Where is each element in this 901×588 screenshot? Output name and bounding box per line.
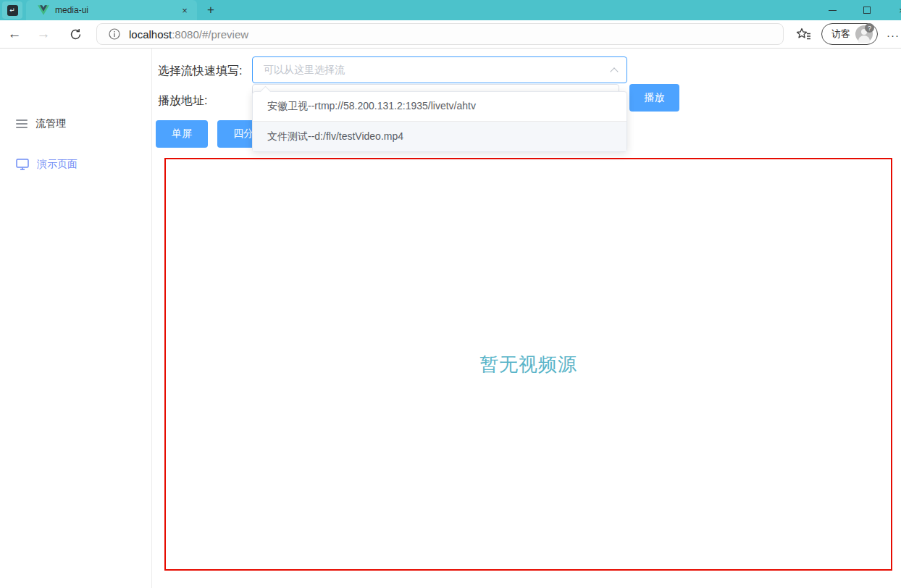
- browser-titlebar: ↵ media-ui × + ×: [0, 0, 901, 20]
- list-icon: [16, 119, 28, 128]
- url-host: localhost: [129, 28, 172, 41]
- window-maximize-button[interactable]: [850, 0, 884, 20]
- address-bar[interactable]: localhost:8080/#/preview: [96, 23, 784, 45]
- chevron-up-icon: [610, 67, 618, 75]
- site-info-icon[interactable]: [109, 28, 120, 40]
- url-path: :8080/#/preview: [172, 28, 248, 41]
- vue-logo-icon: [38, 5, 49, 15]
- app-content: 流管理 演示页面 选择流快速填写: 可以从这里选择流 播放地址: 播放 单屏 四…: [0, 49, 901, 588]
- refresh-icon: [70, 28, 82, 41]
- refresh-button[interactable]: [64, 22, 87, 46]
- new-tab-button[interactable]: +: [203, 2, 219, 18]
- stream-select[interactable]: 可以从这里选择流: [252, 56, 627, 83]
- stream-select-dropdown: 安徽卫视--rtmp://58.200.131.2:1935/livetv/ah…: [252, 91, 627, 152]
- sidebar-item-demo-page[interactable]: 演示页面: [0, 150, 152, 179]
- window-minimize-button[interactable]: [816, 0, 849, 20]
- sidebar-item-label: 演示页面: [37, 158, 77, 171]
- monitor-icon: [16, 159, 29, 170]
- tab-actions-menu-button[interactable]: ↵: [2, 1, 22, 19]
- stream-select-placeholder: 可以从这里选择流: [264, 64, 345, 77]
- play-button[interactable]: 播放: [629, 84, 679, 112]
- profile-button[interactable]: 访客 ?: [821, 23, 878, 45]
- window-close-button[interactable]: ×: [885, 0, 901, 20]
- sidebar: 流管理 演示页面: [0, 49, 152, 588]
- sidebar-item-stream-management[interactable]: 流管理: [0, 109, 152, 138]
- no-video-source-text: 暂无视频源: [479, 352, 577, 377]
- tab-close-icon[interactable]: ×: [178, 4, 191, 17]
- play-address-label: 播放地址:: [158, 93, 207, 109]
- browser-tab-media-ui[interactable]: media-ui ×: [26, 0, 197, 20]
- back-button[interactable]: ←: [3, 22, 26, 46]
- video-preview-area: 暂无视频源: [164, 158, 892, 571]
- tab-actions-icon: ↵: [7, 5, 18, 16]
- guest-avatar: ?: [855, 25, 873, 43]
- dropdown-option-file-test[interactable]: 文件测试--d:/flv/testVideo.mp4: [253, 122, 626, 151]
- favorites-star-icon: [796, 28, 812, 42]
- maximize-icon: [863, 7, 871, 14]
- url-text: localhost:8080/#/preview: [129, 28, 248, 41]
- favorites-button[interactable]: [794, 25, 814, 45]
- browser-menu-button[interactable]: ···: [885, 25, 901, 45]
- single-screen-button[interactable]: 单屏: [156, 120, 208, 148]
- minimize-icon: [829, 10, 837, 11]
- select-stream-label: 选择流快速填写:: [158, 64, 242, 79]
- profile-label: 访客: [831, 28, 850, 41]
- browser-window: ↵ media-ui × + × ← →: [0, 0, 901, 588]
- sidebar-item-label: 流管理: [35, 117, 66, 130]
- dropdown-option-anhui-tv[interactable]: 安徽卫视--rtmp://58.200.131.2:1935/livetv/ah…: [253, 92, 626, 122]
- forward-button[interactable]: →: [32, 22, 55, 46]
- guest-question-badge: ?: [865, 23, 874, 33]
- tab-title: media-ui: [55, 5, 178, 15]
- browser-navbar: ← → localhost:8080/#/preview: [0, 20, 901, 49]
